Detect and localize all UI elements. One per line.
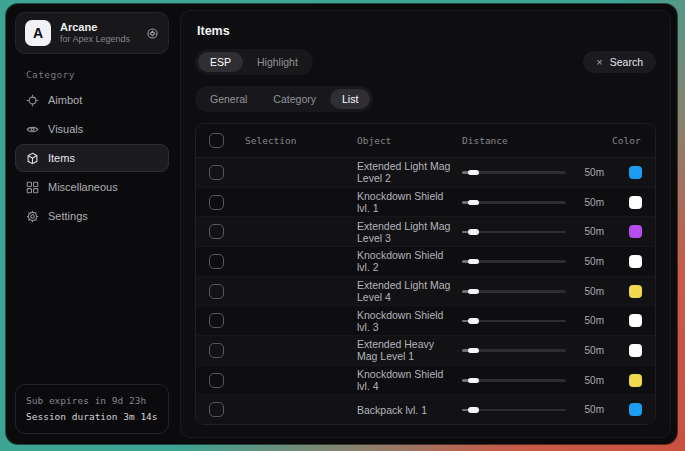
color-swatch[interactable] [629, 403, 642, 416]
table-row: Knockdown Shield lvl. 3 50m [196, 306, 655, 336]
distance-value: 50m [576, 404, 604, 415]
gear-icon [26, 210, 39, 223]
distance-slider[interactable] [462, 374, 566, 386]
mode-tab-group: ESP Highlight [195, 49, 313, 75]
color-swatch[interactable] [629, 225, 642, 238]
color-swatch[interactable] [629, 374, 642, 387]
items-table: Selection Object Distance Color Extended… [195, 123, 656, 425]
slider-thumb[interactable] [468, 170, 479, 176]
table-body: Extended Light Mag Level 2 50m [196, 158, 655, 424]
tab-list[interactable]: List [330, 89, 370, 109]
color-cell [612, 403, 642, 416]
select-all-checkbox[interactable] [209, 133, 224, 148]
brand-card[interactable]: A Arcane for Apex Legends [15, 12, 169, 54]
slider-thumb[interactable] [468, 289, 479, 295]
color-swatch[interactable] [629, 196, 642, 209]
session-duration-text: Session duration 3m 14s [26, 409, 158, 425]
row-checkbox[interactable] [209, 343, 224, 358]
target-badge-icon[interactable] [146, 27, 159, 40]
column-header-color: Color [612, 135, 642, 146]
distance-slider[interactable] [462, 196, 566, 208]
distance-slider[interactable] [462, 344, 566, 356]
distance-value: 50m [576, 286, 604, 297]
slider-thumb[interactable] [468, 407, 479, 413]
distance-slider[interactable] [462, 226, 566, 238]
table-row: Extended Light Mag Level 2 50m [196, 158, 655, 188]
column-header-object: Object [357, 135, 454, 146]
tab-highlight[interactable]: Highlight [245, 52, 310, 72]
slider-thumb[interactable] [468, 318, 479, 324]
slider-thumb[interactable] [468, 259, 479, 265]
table-row: Extended Light Mag Level 3 50m [196, 217, 655, 247]
distance-cell: 50m [462, 285, 604, 297]
brand-text: Arcane for Apex Legends [60, 21, 137, 46]
distance-value: 50m [576, 315, 604, 326]
object-name: Knockdown Shield lvl. 1 [357, 190, 454, 214]
column-header-distance: Distance [462, 135, 604, 146]
distance-cell: 50m [462, 255, 604, 267]
row-checkbox[interactable] [209, 165, 224, 180]
row-checkbox[interactable] [209, 224, 224, 239]
tab-category[interactable]: Category [261, 89, 328, 109]
slider-thumb[interactable] [468, 200, 479, 206]
view-tab-group: General Category List [195, 86, 373, 112]
search-button-label: Search [610, 56, 643, 68]
distance-slider[interactable] [462, 255, 566, 267]
sidebar-item-aimbot[interactable]: Aimbot [15, 86, 169, 114]
distance-value: 50m [576, 375, 604, 386]
search-button[interactable]: × Search [583, 51, 656, 73]
distance-slider[interactable] [462, 315, 566, 327]
row-checkbox[interactable] [209, 195, 224, 210]
sidebar-item-items[interactable]: Items [15, 144, 169, 172]
row-checkbox[interactable] [209, 284, 224, 299]
distance-value: 50m [576, 167, 604, 178]
sidebar-nav: Aimbot Visuals Items [15, 86, 169, 230]
table-row: Knockdown Shield lvl. 1 50m [196, 188, 655, 218]
distance-slider[interactable] [462, 166, 566, 178]
session-card: Sub expires in 9d 23h Session duration 3… [15, 384, 169, 434]
table-header-row: Selection Object Distance Color [196, 124, 655, 158]
color-swatch[interactable] [629, 314, 642, 327]
tab-general[interactable]: General [198, 89, 259, 109]
app-name: Arcane [60, 21, 137, 35]
app-subtitle: for Apex Legends [60, 34, 137, 45]
row-checkbox[interactable] [209, 313, 224, 328]
sidebar-item-label: Settings [48, 210, 88, 222]
sidebar: A Arcane for Apex Legends Category Aimbo… [6, 4, 178, 444]
distance-slider[interactable] [462, 285, 566, 297]
column-header-selection: Selection [245, 135, 349, 146]
color-swatch[interactable] [629, 285, 642, 298]
row-checkbox[interactable] [209, 402, 224, 417]
object-name: Knockdown Shield lvl. 2 [357, 249, 454, 273]
sidebar-item-settings[interactable]: Settings [15, 202, 169, 230]
sidebar-item-miscellaneous[interactable]: Miscellaneous [15, 173, 169, 201]
table-row: Knockdown Shield lvl. 2 50m [196, 247, 655, 277]
slider-thumb[interactable] [468, 348, 479, 354]
object-name: Extended Light Mag Level 4 [357, 279, 454, 303]
main-panel: Items ESP Highlight × Search General Cat… [180, 10, 671, 438]
table-row: Backpack lvl. 1 50m [196, 395, 655, 424]
box-icon [26, 152, 39, 165]
sidebar-item-label: Miscellaneous [48, 181, 118, 193]
color-swatch[interactable] [629, 344, 642, 357]
object-name: Extended Light Mag Level 3 [357, 220, 454, 244]
color-swatch[interactable] [629, 166, 642, 179]
color-cell [612, 225, 642, 238]
object-name: Knockdown Shield lvl. 4 [357, 368, 454, 392]
sidebar-item-visuals[interactable]: Visuals [15, 115, 169, 143]
row-checkbox[interactable] [209, 254, 224, 269]
slider-thumb[interactable] [468, 229, 479, 235]
sidebar-item-label: Aimbot [48, 94, 82, 106]
color-cell [612, 374, 642, 387]
distance-cell: 50m [462, 226, 604, 238]
slider-thumb[interactable] [468, 378, 479, 384]
row-checkbox[interactable] [209, 373, 224, 388]
table-row: Extended Light Mag Level 4 50m [196, 277, 655, 307]
table-row: Extended Heavy Mag Level 1 50m [196, 336, 655, 366]
color-swatch[interactable] [629, 255, 642, 268]
color-cell [612, 344, 642, 357]
object-name: Extended Light Mag Level 2 [357, 160, 454, 184]
distance-slider[interactable] [462, 404, 566, 416]
color-cell [612, 166, 642, 179]
tab-esp[interactable]: ESP [198, 52, 243, 72]
